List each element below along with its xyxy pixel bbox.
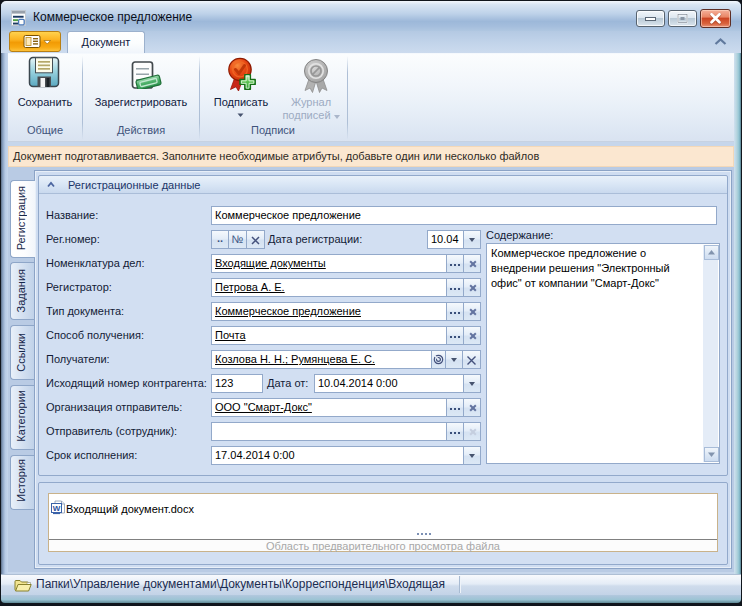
svg-text:W: W [53,504,61,513]
